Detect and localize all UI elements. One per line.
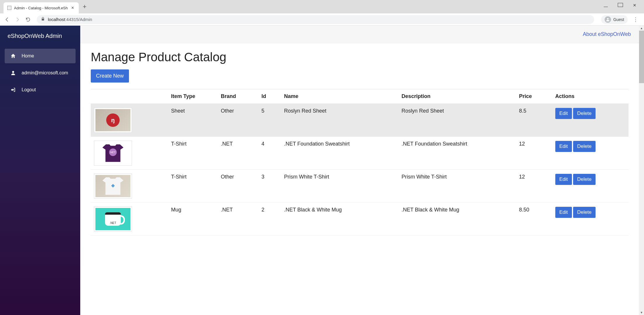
th-id: Id bbox=[258, 89, 280, 104]
edit-button[interactable]: Edit bbox=[555, 141, 572, 152]
cell-item-type: Sheet bbox=[167, 104, 217, 137]
th-thumbnail bbox=[91, 89, 167, 104]
browser-menu-button[interactable]: ⋮ bbox=[630, 16, 641, 23]
create-new-button[interactable]: Create New bbox=[91, 69, 129, 83]
delete-button[interactable]: Delete bbox=[573, 141, 596, 152]
th-actions: Actions bbox=[552, 89, 629, 104]
lock-icon bbox=[41, 17, 45, 22]
scrollbar-thumb[interactable] bbox=[639, 31, 644, 83]
window-controls: — ✕ bbox=[601, 0, 644, 10]
table-row: T-ShirtOther3Prism White T-ShirtPrism Wh… bbox=[91, 170, 629, 203]
cell-id: 3 bbox=[258, 170, 280, 203]
cell-brand: .NET bbox=[217, 203, 258, 236]
product-thumbnail bbox=[94, 207, 132, 231]
sidebar-item-home[interactable]: Home bbox=[5, 49, 76, 63]
cell-price: 12 bbox=[516, 137, 552, 170]
home-icon bbox=[10, 53, 16, 59]
tab-favicon-icon bbox=[7, 6, 12, 10]
th-item-type: Item Type bbox=[167, 89, 217, 104]
topbar: About eShopOnWeb bbox=[80, 26, 639, 43]
cell-description: Roslyn Red Sheet bbox=[398, 104, 516, 137]
cell-actions: EditDelete bbox=[552, 104, 629, 137]
new-tab-button[interactable]: + bbox=[79, 3, 91, 10]
catalog-table: Item Type Brand Id Name Description Pric… bbox=[91, 89, 629, 236]
table-row: Mug.NET2.NET Black & White Mug.NET Black… bbox=[91, 203, 629, 236]
cell-brand: Other bbox=[217, 104, 258, 137]
window-minimize-button[interactable]: — bbox=[601, 2, 610, 10]
cell-name: Roslyn Red Sheet bbox=[280, 104, 398, 137]
cell-price: 8.5 bbox=[516, 104, 552, 137]
scrollbar[interactable]: ▲ ▼ bbox=[639, 26, 644, 315]
cell-name: .NET Black & White Mug bbox=[280, 203, 398, 236]
address-bar[interactable]: localhost:44315/Admin bbox=[37, 15, 594, 24]
cell-brand: Other bbox=[217, 170, 258, 203]
cell-actions: EditDelete bbox=[552, 170, 629, 203]
cell-brand: .NET bbox=[217, 137, 258, 170]
back-button[interactable] bbox=[3, 15, 11, 24]
browser-toolbar: localhost:44315/Admin Guest ⋮ bbox=[0, 13, 644, 26]
cell-description: .NET Foundation Sweatshirt bbox=[398, 137, 516, 170]
profile-chip[interactable]: Guest bbox=[601, 15, 628, 24]
logout-icon bbox=[10, 87, 16, 93]
product-thumbnail: ŋ bbox=[94, 108, 132, 132]
product-thumbnail bbox=[94, 141, 132, 165]
page-title: Manage Product Catalog bbox=[91, 50, 629, 64]
brand-title: eShopOnWeb Admin bbox=[0, 26, 80, 46]
delete-button[interactable]: Delete bbox=[573, 207, 596, 218]
profile-label: Guest bbox=[613, 17, 624, 22]
cell-description: Prism White T-Shirt bbox=[398, 170, 516, 203]
scrollbar-up-icon[interactable]: ▲ bbox=[639, 26, 644, 31]
edit-button[interactable]: Edit bbox=[555, 174, 572, 185]
table-row: ŋSheetOther5Roslyn Red SheetRoslyn Red S… bbox=[91, 104, 629, 137]
delete-button[interactable]: Delete bbox=[573, 108, 596, 119]
window-titlebar: Admin - Catalog - Microsoft.eSh × + — ✕ bbox=[0, 0, 644, 13]
th-price: Price bbox=[516, 89, 552, 104]
main: About eShopOnWeb Manage Product Catalog … bbox=[80, 26, 639, 315]
forward-button[interactable] bbox=[13, 15, 22, 24]
cell-actions: EditDelete bbox=[552, 203, 629, 236]
close-tab-icon[interactable]: × bbox=[70, 5, 75, 10]
cell-price: 8.50 bbox=[516, 203, 552, 236]
th-brand: Brand bbox=[217, 89, 258, 104]
th-name: Name bbox=[280, 89, 398, 104]
browser-tab[interactable]: Admin - Catalog - Microsoft.eSh × bbox=[4, 2, 79, 13]
user-icon bbox=[10, 70, 16, 76]
product-thumbnail bbox=[94, 174, 132, 198]
app-viewport: eShopOnWeb Admin Home admin@microsoft.co… bbox=[0, 26, 644, 315]
tab-title: Admin - Catalog - Microsoft.eSh bbox=[14, 6, 68, 10]
cell-actions: EditDelete bbox=[552, 137, 629, 170]
delete-button[interactable]: Delete bbox=[573, 174, 596, 185]
sidebar: eShopOnWeb Admin Home admin@microsoft.co… bbox=[0, 26, 80, 315]
sidebar-item-label: admin@microsoft.com bbox=[22, 70, 68, 76]
cell-item-type: T-Shirt bbox=[167, 137, 217, 170]
cell-description: .NET Black & White Mug bbox=[398, 203, 516, 236]
reload-button[interactable] bbox=[24, 15, 32, 24]
cell-price: 12 bbox=[516, 170, 552, 203]
content: Manage Product Catalog Create New Item T… bbox=[80, 43, 639, 243]
svg-point-1 bbox=[12, 71, 14, 73]
window-maximize-button[interactable] bbox=[615, 1, 625, 10]
window-close-button[interactable]: ✕ bbox=[631, 1, 639, 9]
cell-item-type: Mug bbox=[167, 203, 217, 236]
sidebar-item-label: Logout bbox=[22, 87, 36, 92]
url-text: localhost:44315/Admin bbox=[48, 17, 92, 22]
cell-id: 5 bbox=[258, 104, 280, 137]
cell-id: 4 bbox=[258, 137, 280, 170]
profile-avatar-icon bbox=[605, 16, 611, 23]
table-row: T-Shirt.NET4.NET Foundation Sweatshirt.N… bbox=[91, 137, 629, 170]
about-link[interactable]: About eShopOnWeb bbox=[583, 31, 631, 37]
table-header-row: Item Type Brand Id Name Description Pric… bbox=[91, 89, 629, 104]
th-description: Description bbox=[398, 89, 516, 104]
sidebar-nav: Home admin@microsoft.com Logout bbox=[0, 46, 80, 99]
edit-button[interactable]: Edit bbox=[555, 207, 572, 218]
sidebar-item-logout[interactable]: Logout bbox=[5, 83, 76, 97]
svg-point-0 bbox=[607, 18, 608, 19]
scrollbar-down-icon[interactable]: ▼ bbox=[639, 310, 644, 315]
edit-button[interactable]: Edit bbox=[555, 108, 572, 119]
cell-name: Prism White T-Shirt bbox=[280, 170, 398, 203]
cell-name: .NET Foundation Sweatshirt bbox=[280, 137, 398, 170]
cell-id: 2 bbox=[258, 203, 280, 236]
tab-strip: Admin - Catalog - Microsoft.eSh × + bbox=[0, 0, 90, 13]
sidebar-item-label: Home bbox=[22, 53, 34, 59]
sidebar-item-user[interactable]: admin@microsoft.com bbox=[5, 66, 76, 80]
